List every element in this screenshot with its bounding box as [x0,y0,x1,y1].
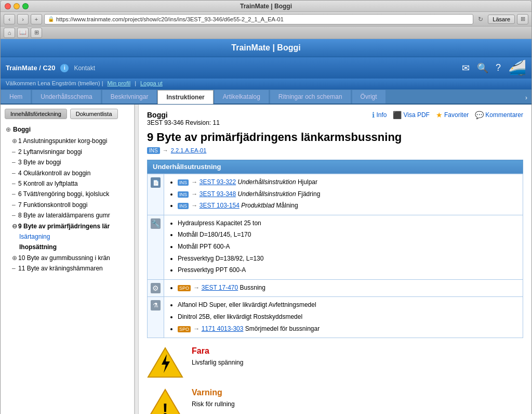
pdf-action[interactable]: ⬛ Visa PDF [393,111,429,119]
spo-link-1[interactable]: 3EST 17-470 [202,284,238,291]
tab-beskrivningar[interactable]: Beskrivningar [102,89,157,104]
tab-instruktioner[interactable]: Instruktioner [157,90,213,104]
search-icon[interactable]: 🔍 [477,62,488,74]
doc-type-1: Underhållsinstruktion [238,178,296,186]
window-title: TrainMate | Boggi [240,3,292,10]
bookmarks-button[interactable]: 📖 [17,28,29,38]
list-item: Pressverktyg PPT 600-A [178,265,518,276]
address-bar[interactable]: 🔒 https://www.trainmate.com/project/show… [44,14,473,24]
tab-ovrigt[interactable]: Övrigt [352,89,386,104]
maint-row-tools: 🔧 Hydraulpress Kapacitet 25 ton Mothåll … [147,215,523,280]
https-icon: 🔒 [48,16,54,22]
document-tree: ⊕ Boggi ⊕1 Anslutningspunkter korg-boggi… [5,124,130,274]
tab-ritningar[interactable]: Ritningar och scheman [270,89,351,104]
help-icon[interactable]: ? [496,62,501,73]
doc-heading: 9 Byte av primärfjädringens länkarmsbuss… [147,131,523,144]
doc-link-2[interactable]: 3EST 93-348 [200,190,236,198]
doclist-button[interactable]: Dokumentlista [70,109,118,119]
doc-link-1[interactable]: 3EST 93-322 [200,178,236,186]
user-bar: Välkommen Lena Engström (tmellen) | Min … [1,79,531,89]
tree-sub-isartagning[interactable]: Isärtagning [19,231,130,242]
contact-link[interactable]: Kontakt [74,64,95,72]
logout-link[interactable]: Logga ut [140,80,163,86]
reader-button[interactable]: Läsare [488,15,515,24]
tab-hem[interactable]: Hem [1,89,31,104]
doc-type-2: Underhållsinstruktion [238,190,296,198]
doc-ref-link[interactable]: 2.2.1.A.EA-01 [171,147,207,153]
tree-item-5[interactable]: –5 Kontroll av lyftplatta [5,178,130,189]
separator: | [135,80,136,86]
toc-button[interactable]: Innehållsförteckning [5,109,67,119]
doc-type-3: Produktblad [241,202,274,209]
list-item: SPO → 3EST 17-470 Bussning [178,282,518,294]
list-item: Dinitrol 25B, eller likvärdigt Rostskydd… [178,312,518,323]
tree-sub-ihopsattning[interactable]: Ihopsättning [19,242,130,252]
add-tab-button[interactable]: + [31,14,42,24]
nav-icons: ✉ 🔍 ? 🚄 [462,59,526,76]
tab-underhallsschema[interactable]: Underhållsschema [32,89,101,104]
profile-link[interactable]: Min profil [108,80,131,86]
ins-badge: INS [178,191,189,198]
back-button[interactable]: ‹ [4,14,15,24]
sidebar-buttons: Innehållsförteckning Dokumentlista [5,109,130,119]
fara-triangle [147,346,183,378]
tree-item-10[interactable]: ⊕10 Byte av gummibussning i krän [5,253,130,263]
maint-content-tools: Hydraulpress Kapacitet 25 ton Mothåll D=… [164,215,523,279]
tree-item-9[interactable]: ⊖9 Byte av primärfjädringens lär [5,221,130,231]
spo-link-2[interactable]: 1171 4013-303 [202,325,244,332]
info-action[interactable]: ℹ Info [372,111,387,119]
doc-desc-3: Målning [276,202,298,209]
arrow: → [191,202,197,209]
tabs-arrow[interactable]: › [521,92,531,104]
maint-content-chem: Alfanol HD Super, eller likvärdigt Avfet… [164,297,523,338]
sidebar: Innehållsförteckning Dokumentlista ⊕ Bog… [1,105,135,414]
arrow: → [191,190,197,198]
tree-item-8[interactable]: –8 Byte av lateraldämparens gumr [5,210,130,221]
tree-subtree-9: Isärtagning Ihopsättning [5,231,130,253]
tree-item-4[interactable]: –4 Okulärkontroll av boggin [5,168,130,178]
maint-icon-chem: ⚗ [148,297,164,338]
list-item: Pressverktyg D=138/92, L=130 [178,253,518,265]
fara-text: Livsfarlig spänning [192,358,523,367]
forward-button[interactable]: › [17,14,29,24]
maint-icon-tool: 🔧 [148,215,164,279]
maximize-button[interactable] [22,3,29,9]
page-header-row: Boggi 3EST 93-346 Revision: 11 ℹ Info ⬛ … [147,111,523,126]
ins-badge: INS [178,203,189,209]
minimize-button[interactable] [14,3,20,9]
tab-artikelkatalog[interactable]: Artikelkatalog [214,89,269,104]
tree-item-3[interactable]: –3 Byte av boggi [5,157,130,167]
nav-brand: TrainMate / C20 [6,64,55,72]
tool-icon: 🔧 [151,218,161,229]
comments-action[interactable]: 💬 Kommentarer [475,111,523,119]
tree-item-6[interactable]: –6 Tvätt/rengöring boggi, kjolsluck [5,189,130,199]
comments-action-label: Kommentarer [485,111,523,119]
info-icon[interactable]: i [60,64,69,72]
close-button[interactable] [5,3,11,9]
comments-icon: 💬 [475,111,484,119]
tree-item-11[interactable]: –11 Byte av kräningshämmaren [5,263,130,274]
varning1-text: Risk för rullning [192,399,523,409]
home-button[interactable]: ⌂ [4,28,15,38]
reload-button[interactable]: ↻ [475,14,486,24]
sidebar-divider[interactable] [135,105,139,414]
doc-ref-badge: INS [147,147,160,154]
content-area: Innehållsförteckning Dokumentlista ⊕ Bog… [1,105,531,414]
ins-badge: INS [178,179,189,186]
doc-icon: 📄 [151,177,161,188]
spo-badge: SPO [178,285,191,291]
tree-item-1[interactable]: ⊕1 Anslutningspunkter korg-boggi [5,136,130,146]
tree-item-7[interactable]: –7 Funktionskontroll boggi [5,200,130,210]
tree-root[interactable]: Boggi [13,124,31,135]
doc-link-3[interactable]: 3EST 103-154 [200,202,240,209]
warning-fara: Fara Livsfarlig spänning [147,346,523,378]
email-icon[interactable]: ✉ [462,62,470,74]
tree-item-2[interactable]: –2 Lyftanvisningar boggi [5,147,130,157]
doc-desc-1: Hjulpar [298,178,317,186]
favorites-action[interactable]: ★ Favoriter [436,111,469,119]
svg-text:!: ! [162,399,168,414]
nav-bar: TrainMate / C20 i Kontakt ✉ 🔍 ? 🚄 [1,57,531,79]
grid-button[interactable]: ⊞ [31,28,42,38]
extensions-button[interactable]: ⊞ [517,14,528,24]
list-item: INS → 3EST 103-154 Produktblad Målning [178,200,518,212]
